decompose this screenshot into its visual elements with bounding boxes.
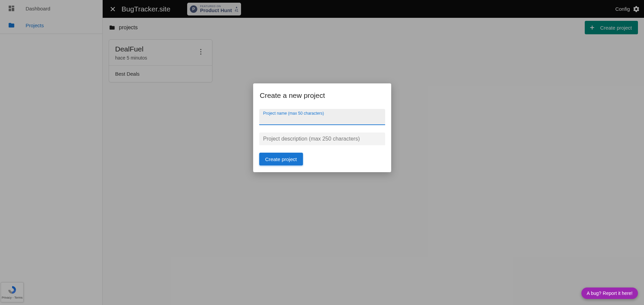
dialog-submit-button[interactable]: Create project [259,153,303,165]
project-description-field[interactable] [259,132,385,145]
project-name-label: Project name (max 50 characters) [263,111,324,116]
dialog-submit-label: Create project [265,156,297,162]
dialog-title: Create a new project [259,91,385,100]
project-description-input[interactable] [259,132,385,145]
project-name-field[interactable]: Project name (max 50 characters) [259,109,385,125]
report-bug-label: A bug? Report it here! [587,291,633,296]
modal-overlay[interactable]: Create a new project Project name (max 5… [0,0,644,305]
report-bug-button[interactable]: A bug? Report it here! [581,288,638,299]
create-project-dialog: Create a new project Project name (max 5… [253,83,391,172]
